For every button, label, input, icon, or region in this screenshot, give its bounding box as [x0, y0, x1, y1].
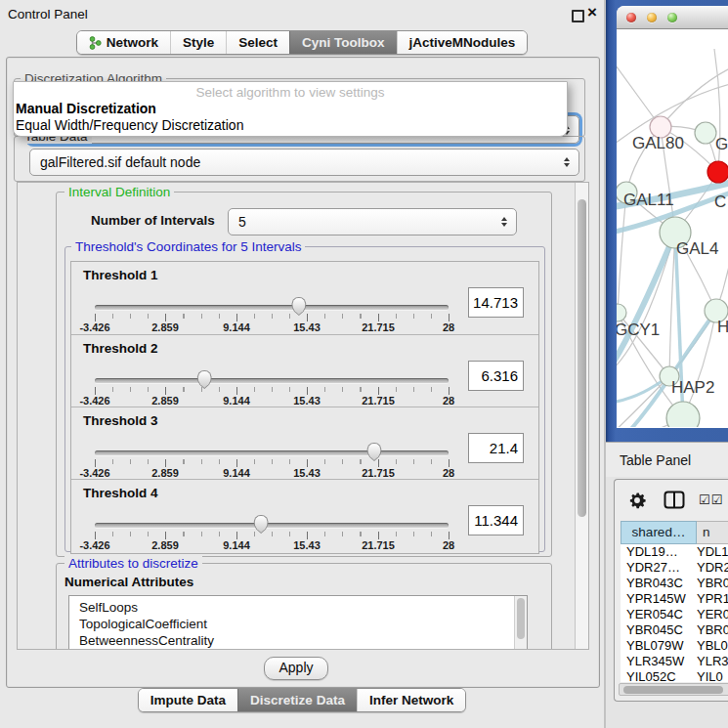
tick-label: 15.43 — [293, 539, 321, 551]
tab-infer-network[interactable]: Infer Network — [357, 689, 465, 711]
tick-label: 2.859 — [151, 321, 179, 333]
attributes-title: Attributes to discretize — [64, 556, 202, 571]
close-icon[interactable]: × — [587, 3, 597, 22]
apply-button[interactable]: Apply — [264, 657, 328, 680]
slider-ticks — [95, 314, 450, 321]
tick-label: 21.715 — [362, 467, 395, 479]
column-header-name[interactable]: n — [697, 521, 728, 544]
numerical-attributes-label: Numerical Attributes — [64, 575, 193, 589]
tick-label: 15.43 — [293, 321, 321, 333]
tab-discretize-data[interactable]: Discretize Data — [237, 689, 357, 711]
node-label-hap2: HAP2 — [671, 378, 714, 397]
float-window-icon[interactable] — [572, 10, 584, 22]
threshold-2-slider[interactable] — [95, 378, 449, 383]
number-of-intervals-combobox[interactable]: 5 — [228, 208, 517, 236]
threshold-3-slider[interactable] — [95, 450, 449, 455]
table-panel-title: Table Panel — [620, 452, 691, 468]
dropdown-option-manual[interactable]: Manual Discretization — [16, 101, 156, 116]
slider-ticks — [95, 532, 450, 539]
slider-ticks — [95, 459, 450, 467]
table-row[interactable]: YIL052CYIL0 — [621, 669, 728, 682]
tick-label: -3.426 — [79, 467, 109, 479]
network-window-titlebar[interactable] — [617, 6, 728, 29]
table-header: shared… n — [621, 521, 728, 544]
tick-label: 21.715 — [362, 395, 395, 407]
list-item-topologicalcoefficient[interactable]: TopologicalCoefficient — [69, 616, 527, 632]
threshold-1-value-field[interactable]: 14.713 — [468, 287, 524, 318]
table-row[interactable]: YDL19…YDL1 — [621, 544, 728, 560]
node — [617, 304, 626, 321]
list-item-selfloops[interactable]: SelfLoops — [69, 599, 527, 616]
tick-label: 15.43 — [293, 395, 321, 407]
tick-label: 2.859 — [151, 395, 179, 407]
table-panel: ☑☑ shared… n YDL19…YDL1 YDR27…YDR2 YBR04… — [614, 479, 728, 702]
control-panel: Control Panel × Network Style Select Cyn… — [0, 0, 604, 728]
dropdown-option-equal-width[interactable]: Equal Width/Frequency Discretization — [16, 117, 243, 133]
threshold-4-slider[interactable] — [95, 523, 449, 528]
threshold-row-4: Threshold 4 -3.426 2.859 9.144 15.43 21.… — [71, 479, 538, 551]
table-row[interactable]: YBR045CYBR0 — [621, 622, 728, 638]
node-label-gal80: GAL80 — [632, 134, 684, 152]
node-label-c: C — [714, 193, 726, 211]
list-scrollbar-thumb[interactable] — [517, 598, 525, 639]
network-icon — [89, 36, 102, 50]
tick-label: 9.144 — [223, 539, 250, 551]
threshold-1-slider[interactable] — [95, 305, 449, 310]
node-label-gcy1: GCY1 — [617, 321, 660, 339]
split-column-icon[interactable] — [664, 491, 685, 513]
thresholds-groupbox: Threshold's Coordinates for 5 Intervals … — [64, 246, 545, 552]
tab-network[interactable]: Network — [77, 31, 170, 54]
threshold-row-2: Threshold 2 -3.426 2.859 9.144 15.43 21.… — [71, 334, 538, 407]
table-row[interactable]: YBL079WYBL0 — [621, 638, 728, 654]
tab-style[interactable]: Style — [170, 31, 226, 54]
table-row[interactable]: YBR043CYBR0 — [621, 576, 728, 591]
threshold-4-value-field[interactable]: 11.344 — [468, 505, 524, 535]
tick-label: 21.715 — [362, 321, 395, 333]
threshold-2-value-field[interactable]: 6.316 — [468, 361, 524, 391]
thresholds-title: Threshold's Coordinates for 5 Intervals — [71, 239, 305, 254]
table-row[interactable]: YPR145WYPR1 — [621, 591, 728, 607]
table-data-value: galFiltered.sif default node — [40, 154, 200, 170]
settings-scrollbar-thumb[interactable] — [578, 199, 586, 517]
table-horizontal-scrollbar[interactable] — [619, 683, 728, 696]
tab-impute-data[interactable]: Impute Data — [139, 689, 237, 711]
node-highlighted — [707, 161, 728, 183]
node — [666, 402, 700, 427]
list-item-betweennesscentrality[interactable]: BetweennessCentrality — [69, 632, 527, 649]
checkbox-pair-icon[interactable]: ☑☑ — [699, 492, 723, 507]
threshold-row-3: Threshold 3 -3.426 2.859 9.144 15.43 21.… — [71, 407, 538, 479]
table-row[interactable]: YER054CYER0 — [621, 607, 728, 622]
tab-jactivemnodules[interactable]: jActiveMNodules — [397, 31, 528, 54]
table-body: YDL19…YDL1 YDR27…YDR2 YBR043CYBR0 YPR145… — [621, 544, 728, 682]
column-header-shared-name[interactable]: shared… — [621, 521, 697, 544]
tab-cyni-toolbox[interactable]: Cyni Toolbox — [289, 31, 397, 54]
threshold-2-label: Threshold 2 — [83, 341, 158, 356]
numerical-attributes-list: SelfLoops TopologicalCoefficient Between… — [68, 595, 528, 650]
settings-scrollbar[interactable] — [575, 183, 588, 649]
tick-label: 2.859 — [151, 539, 179, 551]
tick-label: 9.144 — [223, 321, 250, 333]
combo-stepper-icon — [564, 157, 570, 167]
network-canvas[interactable]: GAL80 G GAL11 GAL4 C GCY1 H HAP2 — [617, 29, 728, 427]
close-traffic-light-icon[interactable] — [626, 13, 636, 22]
slider-ticks — [95, 387, 450, 395]
threshold-3-value-field[interactable]: 21.4 — [468, 433, 524, 463]
tab-select[interactable]: Select — [226, 31, 289, 54]
zoom-traffic-light-icon[interactable] — [667, 13, 677, 22]
gear-icon[interactable] — [626, 490, 648, 515]
table-data-combobox[interactable]: galFiltered.sif default node — [29, 149, 579, 176]
node-label-h: H — [717, 318, 728, 336]
interval-definition-title: Interval Definition — [64, 185, 174, 199]
number-of-intervals-label: Number of Intervals — [91, 213, 215, 228]
dropdown-prompt: Select algorithm to view settings — [14, 85, 567, 100]
tick-label: 21.715 — [362, 539, 395, 551]
list-scrollbar[interactable] — [514, 596, 527, 650]
table-row[interactable]: YDR27…YDR2 — [621, 560, 728, 576]
minimize-traffic-light-icon[interactable] — [647, 13, 657, 22]
table-row[interactable]: YLR345WYLR3 — [621, 654, 728, 669]
node-label-gal4: GAL4 — [676, 239, 718, 258]
table-data-groupbox: Table Data galFiltered.sif default node — [14, 136, 585, 182]
network-view-window: GAL80 G GAL11 GAL4 C GCY1 H HAP2 — [617, 6, 728, 428]
table-horizontal-scrollbar-thumb[interactable] — [623, 686, 723, 694]
number-of-intervals-value: 5 — [238, 214, 246, 230]
